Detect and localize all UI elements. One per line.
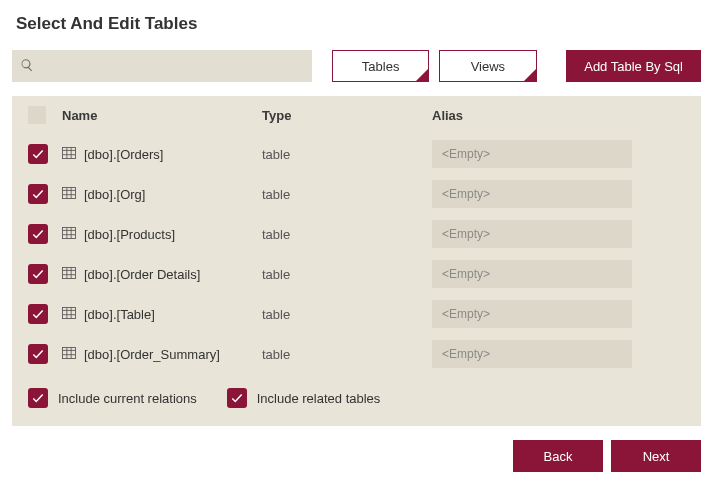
add-table-by-sql-label: Add Table By Sql bbox=[584, 59, 683, 74]
back-button[interactable]: Back bbox=[513, 440, 603, 472]
row-type: table bbox=[262, 227, 432, 242]
table-icon bbox=[62, 187, 76, 202]
page-title: Select And Edit Tables bbox=[16, 14, 701, 34]
tab-views-label: Views bbox=[471, 59, 505, 74]
svg-rect-10 bbox=[63, 227, 76, 238]
search-input[interactable] bbox=[34, 58, 304, 75]
row-name: [dbo].[Table] bbox=[84, 307, 155, 322]
column-header-alias: Alias bbox=[432, 108, 685, 123]
row-name: [dbo].[Org] bbox=[84, 187, 145, 202]
alias-input[interactable] bbox=[432, 300, 632, 328]
table-row: [dbo].[Products] table bbox=[12, 214, 701, 254]
next-button[interactable]: Next bbox=[611, 440, 701, 472]
select-all-checkbox[interactable] bbox=[28, 106, 46, 124]
tab-views[interactable]: Views bbox=[439, 50, 536, 82]
row-checkbox[interactable] bbox=[28, 184, 48, 204]
include-relations-label: Include current relations bbox=[58, 391, 197, 406]
svg-rect-25 bbox=[63, 347, 76, 358]
include-related-label: Include related tables bbox=[257, 391, 381, 406]
table-row: [dbo].[Org] table bbox=[12, 174, 701, 214]
svg-rect-5 bbox=[63, 187, 76, 198]
include-relations-checkbox[interactable] bbox=[28, 388, 48, 408]
row-name: [dbo].[Order_Summary] bbox=[84, 347, 220, 362]
row-type: table bbox=[262, 267, 432, 282]
table-icon bbox=[62, 347, 76, 362]
row-type: table bbox=[262, 347, 432, 362]
tables-panel: Name Type Alias [dbo].[Orders] tab bbox=[12, 96, 701, 426]
alias-input[interactable] bbox=[432, 260, 632, 288]
alias-input[interactable] bbox=[432, 180, 632, 208]
table-icon bbox=[62, 227, 76, 242]
search-input-wrapper[interactable] bbox=[12, 50, 312, 82]
search-icon bbox=[20, 58, 34, 75]
row-checkbox[interactable] bbox=[28, 144, 48, 164]
table-icon bbox=[62, 307, 76, 322]
table-header: Name Type Alias bbox=[12, 96, 701, 134]
alias-input[interactable] bbox=[432, 140, 632, 168]
row-type: table bbox=[262, 187, 432, 202]
svg-rect-20 bbox=[63, 307, 76, 318]
row-type: table bbox=[262, 307, 432, 322]
alias-input[interactable] bbox=[432, 220, 632, 248]
table-row: [dbo].[Orders] table bbox=[12, 134, 701, 174]
row-checkbox[interactable] bbox=[28, 224, 48, 244]
tab-tables-label: Tables bbox=[362, 59, 400, 74]
tab-tables[interactable]: Tables bbox=[332, 50, 429, 82]
table-row: [dbo].[Table] table bbox=[12, 294, 701, 334]
table-row: [dbo].[Order_Summary] table bbox=[12, 334, 701, 374]
row-type: table bbox=[262, 147, 432, 162]
row-name: [dbo].[Orders] bbox=[84, 147, 163, 162]
column-header-type: Type bbox=[262, 108, 432, 123]
column-header-name: Name bbox=[62, 108, 262, 123]
svg-rect-0 bbox=[63, 147, 76, 158]
alias-input[interactable] bbox=[432, 340, 632, 368]
row-checkbox[interactable] bbox=[28, 344, 48, 364]
add-table-by-sql-button[interactable]: Add Table By Sql bbox=[566, 50, 701, 82]
svg-rect-15 bbox=[63, 267, 76, 278]
table-icon bbox=[62, 267, 76, 282]
include-related-checkbox[interactable] bbox=[227, 388, 247, 408]
row-name: [dbo].[Order Details] bbox=[84, 267, 200, 282]
back-button-label: Back bbox=[544, 449, 573, 464]
next-button-label: Next bbox=[643, 449, 670, 464]
table-row: [dbo].[Order Details] table bbox=[12, 254, 701, 294]
row-checkbox[interactable] bbox=[28, 304, 48, 324]
table-icon bbox=[62, 147, 76, 162]
row-checkbox[interactable] bbox=[28, 264, 48, 284]
row-name: [dbo].[Products] bbox=[84, 227, 175, 242]
